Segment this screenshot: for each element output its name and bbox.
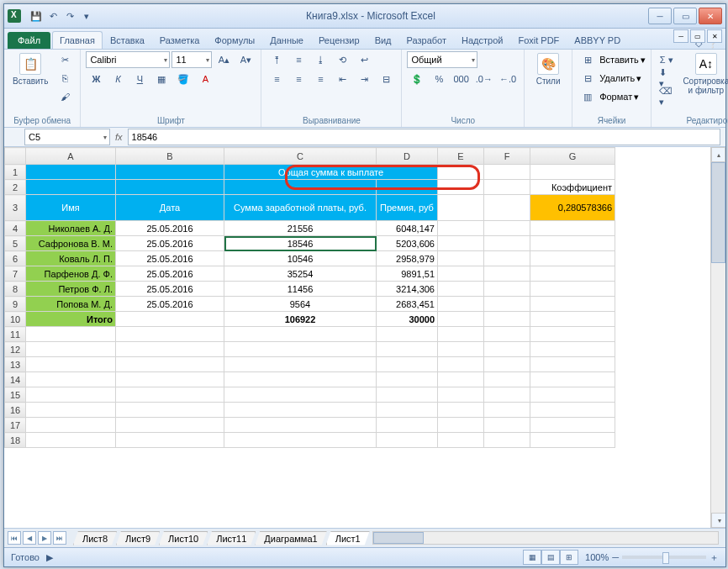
col-header[interactable]: D (377, 148, 438, 165)
cell[interactable] (438, 327, 484, 342)
cell[interactable] (484, 433, 530, 448)
cell[interactable] (484, 387, 530, 403)
tab-foxit[interactable]: Foxit PDF (510, 31, 567, 49)
cell[interactable]: Коваль Л. П. (26, 251, 116, 266)
orientation-button[interactable]: ⟲ (332, 51, 352, 68)
cell[interactable] (530, 327, 615, 342)
cell[interactable] (26, 165, 116, 180)
tab-review[interactable]: Рецензир (311, 31, 367, 49)
row-header[interactable]: 8 (5, 282, 26, 297)
cell[interactable] (224, 403, 377, 418)
tab-nav-next[interactable]: ▶ (38, 531, 51, 545)
col-header[interactable] (5, 148, 26, 165)
cell[interactable] (377, 180, 438, 195)
fill-color-button[interactable]: 🪣 (173, 71, 193, 87)
tab-formulas[interactable]: Формулы (207, 31, 262, 49)
cell[interactable] (116, 372, 224, 387)
tab-addins[interactable]: Надстрой (454, 31, 510, 49)
merge-button[interactable]: ⊟ (376, 71, 396, 87)
cell[interactable] (26, 418, 116, 433)
copy-button[interactable]: ⎘ (55, 70, 75, 87)
cell[interactable] (116, 165, 224, 180)
cell[interactable] (377, 357, 438, 372)
view-normal-button[interactable]: ▦ (523, 550, 541, 565)
cell[interactable] (484, 282, 530, 297)
sheet-tab[interactable]: Лист8 (73, 531, 117, 545)
cell[interactable] (484, 251, 530, 266)
row-header[interactable]: 17 (5, 418, 26, 433)
maximize-button[interactable]: ▭ (673, 8, 697, 24)
close-button[interactable]: ✕ (699, 8, 722, 24)
cell[interactable] (438, 266, 484, 282)
cell[interactable]: 9891,51 (377, 266, 438, 282)
cell[interactable]: 35254 (224, 266, 377, 282)
row-header[interactable]: 4 (5, 221, 26, 236)
cell[interactable] (116, 327, 224, 342)
cell[interactable] (26, 180, 116, 195)
cell[interactable] (530, 312, 615, 327)
tab-layout[interactable]: Разметка (152, 31, 208, 49)
tab-nav-first[interactable]: ⏮ (8, 531, 21, 545)
cell[interactable]: Сумма заработной платы, руб. (224, 195, 377, 221)
zoom-level[interactable]: 100% (585, 552, 609, 562)
col-header[interactable]: C (224, 148, 377, 165)
cell[interactable] (26, 327, 116, 342)
row-header[interactable]: 5 (5, 236, 26, 251)
cell[interactable] (438, 403, 484, 418)
cell[interactable] (530, 357, 615, 372)
cell[interactable] (530, 221, 615, 236)
cell[interactable]: 3214,306 (377, 282, 438, 297)
cell[interactable] (438, 180, 484, 195)
cell[interactable] (377, 433, 438, 448)
cell[interactable] (224, 372, 377, 387)
cell[interactable] (438, 357, 484, 372)
tab-home[interactable]: Главная (52, 31, 103, 49)
cell[interactable] (438, 342, 484, 357)
wrap-text-button[interactable]: ↩ (354, 51, 374, 68)
increase-font-button[interactable]: A▴ (214, 51, 234, 68)
cell[interactable]: 2683,451 (377, 297, 438, 312)
cell[interactable] (484, 403, 530, 418)
row-header[interactable]: 6 (5, 251, 26, 266)
cell[interactable] (377, 342, 438, 357)
cell[interactable] (484, 165, 530, 180)
zoom-in-button[interactable]: ＋ (710, 551, 719, 564)
cell[interactable]: 2958,979 (377, 251, 438, 266)
cell[interactable]: 25.05.2016 (116, 282, 224, 297)
cell[interactable] (484, 297, 530, 312)
cell[interactable] (530, 433, 615, 448)
formula-input[interactable]: 18546 (128, 129, 720, 145)
cell[interactable] (484, 418, 530, 433)
sort-filter-button[interactable]: А↕Сортировка и фильтр (680, 51, 728, 97)
zoom-slider[interactable] (622, 556, 706, 559)
cell[interactable] (438, 236, 484, 251)
cell[interactable] (484, 221, 530, 236)
cell[interactable] (26, 433, 116, 448)
row-header[interactable]: 3 (5, 195, 26, 221)
cell[interactable] (224, 418, 377, 433)
cell[interactable] (26, 357, 116, 372)
col-header[interactable]: B (116, 148, 224, 165)
autosum-button[interactable]: Σ ▾ (657, 51, 677, 68)
cell[interactable] (438, 251, 484, 266)
row-header[interactable]: 10 (5, 312, 26, 327)
tab-view[interactable]: Вид (367, 31, 399, 49)
cell[interactable] (484, 266, 530, 282)
cell[interactable] (530, 297, 615, 312)
cell[interactable]: Итого (26, 312, 116, 327)
clear-button[interactable]: ⌫ ▾ (657, 88, 677, 105)
col-header[interactable]: F (484, 148, 530, 165)
cell[interactable]: 106922 (224, 312, 377, 327)
cell[interactable]: Сафронова В. М. (26, 236, 116, 251)
sheet-tab[interactable]: Диаграмма1 (255, 531, 326, 545)
cell[interactable] (438, 195, 484, 221)
cell[interactable]: Дата (116, 195, 224, 221)
sheet-tab[interactable]: Лист10 (159, 531, 208, 545)
font-size-combo[interactable]: 11 (171, 51, 212, 68)
cell[interactable] (116, 342, 224, 357)
cell[interactable] (26, 387, 116, 403)
save-button[interactable]: 💾 (29, 9, 43, 23)
cell[interactable] (377, 418, 438, 433)
tab-insert[interactable]: Вставка (103, 31, 152, 49)
cell[interactable] (530, 165, 615, 180)
